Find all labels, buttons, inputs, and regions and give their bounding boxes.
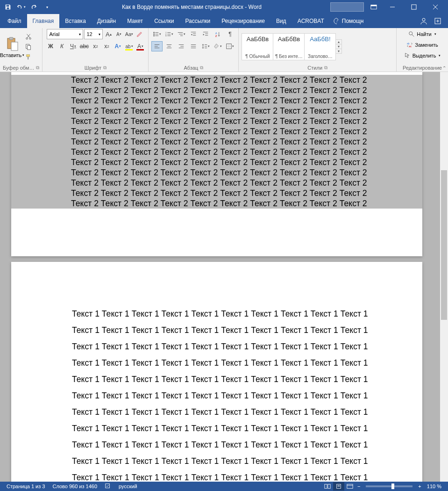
- document-line[interactable]: Текст 2 Текст 2 Текст 2 Текст 2 Текст 2 …: [11, 147, 422, 157]
- minimize-button[interactable]: [382, 0, 403, 14]
- format-painter[interactable]: [23, 52, 34, 62]
- shrink-font[interactable]: A▾: [114, 29, 123, 39]
- sort[interactable]: AZ: [212, 29, 223, 39]
- align-left[interactable]: [151, 41, 163, 51]
- indent-increase[interactable]: [200, 29, 211, 39]
- document-line[interactable]: Текст 2 Текст 2 Текст 2 Текст 2 Текст 2 …: [11, 75, 422, 85]
- shading[interactable]: ▾: [212, 41, 223, 51]
- zoom-level[interactable]: 110 %: [423, 484, 445, 489]
- language[interactable]: русский: [115, 484, 141, 489]
- find-button[interactable]: Найти▾: [406, 29, 438, 39]
- document-line[interactable]: Текст 1 Текст 1 Текст 1 Текст 1 Текст 1 …: [11, 371, 422, 388]
- bullets[interactable]: ▾: [151, 29, 163, 39]
- document-line[interactable]: Текст 2 Текст 2 Текст 2 Текст 2 Текст 2 …: [11, 106, 422, 116]
- document-line[interactable]: Текст 2 Текст 2 Текст 2 Текст 2 Текст 2 …: [11, 95, 422, 106]
- paste-button[interactable]: Вставить▾: [3, 36, 21, 58]
- font-color[interactable]: A▾: [135, 41, 145, 51]
- document-line[interactable]: Текст 1 Текст 1 Текст 1 Текст 1 Текст 1 …: [11, 437, 422, 453]
- tab-home[interactable]: Главная: [27, 14, 60, 28]
- document-line[interactable]: Текст 1 Текст 1 Текст 1 Текст 1 Текст 1 …: [11, 469, 422, 482]
- view-print[interactable]: [333, 482, 344, 491]
- document-line[interactable]: Текст 2 Текст 2 Текст 2 Текст 2 Текст 2 …: [11, 178, 422, 188]
- document-line[interactable]: Текст 1 Текст 1 Текст 1 Текст 1 Текст 1 …: [11, 339, 422, 355]
- zoom-out[interactable]: −: [356, 484, 362, 489]
- strike-button[interactable]: abc: [79, 41, 89, 51]
- indent-decrease[interactable]: [188, 29, 199, 39]
- styles-more[interactable]: ▾: [336, 49, 341, 53]
- tab-file[interactable]: Файл: [2, 14, 27, 28]
- maximize-button[interactable]: [403, 0, 425, 14]
- document-line[interactable]: Текст 1 Текст 1 Текст 1 Текст 1 Текст 1 …: [11, 420, 422, 437]
- copy-button[interactable]: [23, 42, 34, 51]
- tab-mailings[interactable]: Рассылки: [179, 14, 216, 28]
- tab-references[interactable]: Ссылки: [149, 14, 179, 28]
- tab-acrobat[interactable]: ACROBAT: [292, 14, 330, 28]
- document-line[interactable]: Текст 2 Текст 2 Текст 2 Текст 2 Текст 2 …: [11, 116, 422, 126]
- account-icon[interactable]: [419, 16, 428, 26]
- document-line[interactable]: Текст 2 Текст 2 Текст 2 Текст 2 Текст 2 …: [11, 85, 422, 95]
- tab-review[interactable]: Рецензирование: [216, 14, 270, 28]
- replace-button[interactable]: abacЗаменить: [405, 40, 440, 50]
- clear-formatting[interactable]: [135, 29, 144, 39]
- styles-down[interactable]: ▾: [336, 44, 341, 49]
- page-2[interactable]: Текст 1 Текст 1 Текст 1 Текст 1 Текст 1 …: [11, 262, 422, 482]
- document-line[interactable]: Текст 2 Текст 2 Текст 2 Текст 2 Текст 2 …: [11, 198, 422, 209]
- document-line[interactable]: Текст 2 Текст 2 Текст 2 Текст 2 Текст 2 …: [11, 167, 422, 178]
- spellcheck-icon[interactable]: [101, 483, 115, 490]
- styles-up[interactable]: ▴: [336, 40, 341, 44]
- vertical-scrollbar[interactable]: [440, 72, 448, 482]
- document-line[interactable]: Текст 1 Текст 1 Текст 1 Текст 1 Текст 1 …: [11, 306, 422, 322]
- numbering[interactable]: 123▾: [164, 29, 175, 39]
- style-nospacing[interactable]: АаБбВв ¶ Без инте…: [273, 33, 305, 60]
- change-case[interactable]: Aa▾: [124, 29, 134, 39]
- borders[interactable]: ▾: [224, 41, 235, 51]
- highlight-button[interactable]: ab▾: [124, 41, 134, 51]
- style-normal[interactable]: АаБбВв ¶ Обычный: [242, 33, 273, 60]
- view-web[interactable]: [344, 482, 356, 491]
- multilevel[interactable]: ▾: [176, 29, 187, 39]
- zoom-slider[interactable]: [366, 485, 412, 487]
- tell-me[interactable]: Помощн: [330, 14, 368, 28]
- document-line[interactable]: Текст 1 Текст 1 Текст 1 Текст 1 Текст 1 …: [11, 404, 422, 420]
- font-size-select[interactable]: 12▾: [84, 29, 103, 39]
- line-spacing[interactable]: ▾: [200, 41, 211, 51]
- page-1[interactable]: Текст 2 Текст 2 Текст 2 Текст 2 Текст 2 …: [11, 72, 422, 256]
- undo-button[interactable]: ▾: [15, 1, 27, 13]
- select-button[interactable]: Выделить▾: [402, 51, 443, 61]
- paragraph-dialog-launcher[interactable]: ⧉: [200, 65, 203, 71]
- subscript-button[interactable]: x2: [90, 41, 100, 51]
- superscript-button[interactable]: x2: [101, 41, 112, 51]
- word-count[interactable]: Слово 960 из 1460: [49, 484, 101, 489]
- underline-button[interactable]: Ч▾: [68, 41, 78, 51]
- account-placeholder[interactable]: [330, 2, 364, 12]
- bold-button[interactable]: Ж: [45, 41, 56, 51]
- save-button[interactable]: [2, 1, 14, 13]
- scroll-thumb[interactable]: [441, 170, 447, 320]
- zoom-in[interactable]: +: [416, 484, 423, 489]
- cut-button[interactable]: [23, 32, 34, 41]
- align-right[interactable]: [176, 41, 187, 51]
- view-read[interactable]: [322, 482, 333, 491]
- italic-button[interactable]: К: [57, 41, 67, 51]
- redo-button[interactable]: [28, 1, 40, 13]
- font-dialog-launcher[interactable]: ⧉: [103, 65, 107, 71]
- document-line[interactable]: Текст 1 Текст 1 Текст 1 Текст 1 Текст 1 …: [11, 322, 422, 339]
- align-center[interactable]: [164, 41, 175, 51]
- text-effects[interactable]: A▾: [113, 41, 123, 51]
- qat-customize[interactable]: ▾: [41, 1, 53, 13]
- collapse-ribbon[interactable]: ⌃: [442, 65, 446, 71]
- close-button[interactable]: [425, 0, 446, 14]
- grow-font[interactable]: A▴: [104, 29, 113, 39]
- clipboard-dialog-launcher[interactable]: ⧉: [36, 65, 39, 71]
- page-indicator[interactable]: Страница 1 из 3: [3, 484, 49, 489]
- share-icon[interactable]: [433, 16, 442, 26]
- align-justify[interactable]: [188, 41, 199, 51]
- tab-layout[interactable]: Макет: [121, 14, 149, 28]
- tab-view[interactable]: Вид: [270, 14, 292, 28]
- font-name-select[interactable]: Arial▾: [47, 29, 83, 39]
- document-line[interactable]: Текст 1 Текст 1 Текст 1 Текст 1 Текст 1 …: [11, 388, 422, 404]
- document-line[interactable]: Текст 1 Текст 1 Текст 1 Текст 1 Текст 1 …: [11, 453, 422, 469]
- document-line[interactable]: Текст 2 Текст 2 Текст 2 Текст 2 Текст 2 …: [11, 126, 422, 137]
- document-line[interactable]: Текст 2 Текст 2 Текст 2 Текст 2 Текст 2 …: [11, 188, 422, 198]
- ribbon-options[interactable]: [368, 1, 380, 13]
